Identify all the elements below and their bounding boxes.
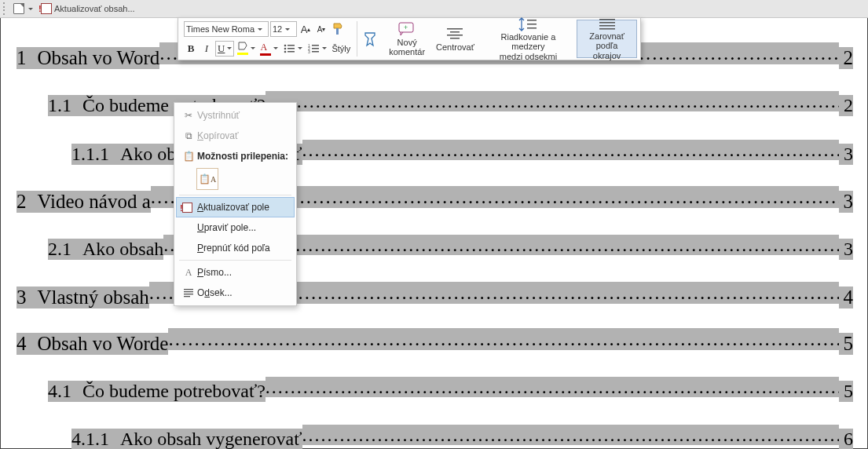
toc-num: 3 [16,287,38,308]
toolbar-grip[interactable] [2,2,6,16]
format-painter-icon [331,22,346,36]
toc-num: 4 [16,333,38,355]
toc-page: 5 [839,381,853,402]
paragraph-icon [180,287,197,298]
toc-text: Video návod a [38,191,151,213]
scissors-icon: ✂ [180,110,197,121]
toc-leader [302,140,839,160]
italic-button[interactable]: I [200,41,214,57]
toc-text: Ako obsah vygenerovať [120,429,302,449]
svg-rect-17 [447,35,463,36]
svg-rect-0 [336,28,339,35]
ctx-paragraph[interactable]: Odsek... [176,283,295,303]
clipboard-icon: 📋 [180,151,197,162]
svg-point-5 [284,50,287,53]
svg-rect-16 [450,31,460,33]
toc-entry[interactable]: 3Vlastný obsah4 [16,282,853,308]
toc-page: 5 [839,333,854,355]
toolbar-update-toc-button[interactable]: Aktualizovať obsah... [37,1,139,16]
toc-text: Obsah vo Word [38,47,160,69]
svg-text:+: + [404,24,408,31]
toc-entry[interactable]: 1.1Čo budeme potrebovať?2 [16,91,853,116]
mini-toolbar: Times New Roma 12 A▴ A▾ B I U A 123 [178,17,641,60]
paste-keep-text-button[interactable]: 📋A [196,168,218,190]
toc-leader [302,425,839,445]
svg-rect-10 [312,48,319,49]
toc-num: 1 [16,47,38,69]
svg-rect-27 [184,291,193,292]
justify-button[interactable]: Zarovnať podľa okrajov [577,20,637,58]
toc-entry[interactable]: 4.1Čo budeme potrebovať?5 [16,377,853,402]
numbering-button[interactable]: 123 [306,41,328,57]
toc-leader [266,377,839,397]
decrease-font-button[interactable]: A▾ [314,21,328,37]
svg-text:3: 3 [308,49,310,54]
font-color-button[interactable]: A [258,41,280,57]
toc-leader [266,91,839,111]
svg-rect-18 [450,38,460,39]
svg-rect-25 [599,28,615,30]
toc-entry[interactable]: 1.1.1Ako obsah vygenerovať3 [16,140,853,165]
comment-icon: + [397,21,416,37]
toc-page: 6 [839,429,853,449]
highlight-button[interactable] [236,41,257,57]
toc-entry[interactable]: 4Obsah vo Worde5 [16,328,853,355]
ctx-copy[interactable]: ⧉ Kopírovať [176,126,295,146]
toc-num: 1.1 [48,95,82,116]
numbering-icon: 123 [307,43,320,54]
underline-button[interactable]: U [215,41,234,57]
document-page[interactable]: 1Obsah vo Word21.1Čo budeme potrebovať?2… [0,18,868,449]
svg-rect-15 [447,28,463,30]
toolbar-update-label: Aktualizovať obsah... [54,4,135,13]
svg-point-1 [284,44,287,46]
ctx-toggle-field-code[interactable]: Prepnúť kód poľa [176,238,295,258]
svg-rect-6 [288,51,295,53]
toc-num: 2 [16,191,38,213]
toc-page: 3 [839,239,853,260]
toc-page: 2 [839,47,854,69]
svg-rect-12 [312,51,319,53]
ctx-update-field[interactable]: Aktualizovať pole [176,197,295,217]
toc-entry[interactable]: 4.1.1Ako obsah vygenerovať6 [16,425,853,449]
font-size-select[interactable]: 12 [270,21,297,37]
svg-rect-21 [527,27,537,29]
svg-rect-24 [599,25,615,27]
toc-text: Vlastný obsah [38,287,149,308]
ctx-cut[interactable]: ✂ Vystrihnúť [176,105,295,126]
svg-rect-2 [288,45,295,46]
font-name-select[interactable]: Times New Roma [184,21,269,37]
svg-point-3 [284,47,287,49]
toc-leader [168,328,838,350]
bullets-button[interactable] [281,41,304,57]
toc-num: 1.1.1 [71,144,120,165]
new-comment-button[interactable]: + Nový komentár [383,20,430,58]
increase-font-button[interactable]: A▴ [298,21,313,37]
toc-page: 3 [839,144,853,165]
toc-entry[interactable]: 2Video návod a3 [16,186,853,213]
bullets-icon [283,43,295,54]
svg-rect-20 [527,24,537,25]
line-spacing-button[interactable]: Riadkovanie a medzery medzi odsekmi [480,20,577,58]
font-icon: A [180,267,197,279]
center-button[interactable]: Centrovať [430,20,480,58]
ctx-edit-field[interactable]: Upraviť pole... [176,217,295,238]
justify-icon [598,17,617,31]
refresh-doc-icon [180,203,197,213]
line-spacing-label: Riadkovanie a medzery medzi odsekmi [485,32,571,60]
format-painter-button[interactable] [330,21,347,37]
styles-button[interactable]: Štýly [330,41,352,57]
svg-rect-28 [184,294,193,294]
svg-rect-26 [184,289,193,290]
new-comment-label: Nový komentár [389,38,425,57]
ctx-font[interactable]: A Písmo... [176,262,295,283]
highlight-icon [237,42,248,51]
context-menu: ✂ Vystrihnúť ⧉ Kopírovať 📋 Možnosti pril… [174,102,297,306]
toc-page: 4 [839,287,854,308]
copy-icon: ⧉ [180,130,197,141]
toolbar-doc-button[interactable] [9,1,37,16]
justify-label: Zarovnať podľa okrajov [582,31,632,60]
toc-entry[interactable]: 2.1Ako obsah3 [16,235,853,260]
svg-rect-29 [184,296,190,297]
toc-page: 2 [839,95,853,116]
bold-button[interactable]: B [184,41,198,57]
